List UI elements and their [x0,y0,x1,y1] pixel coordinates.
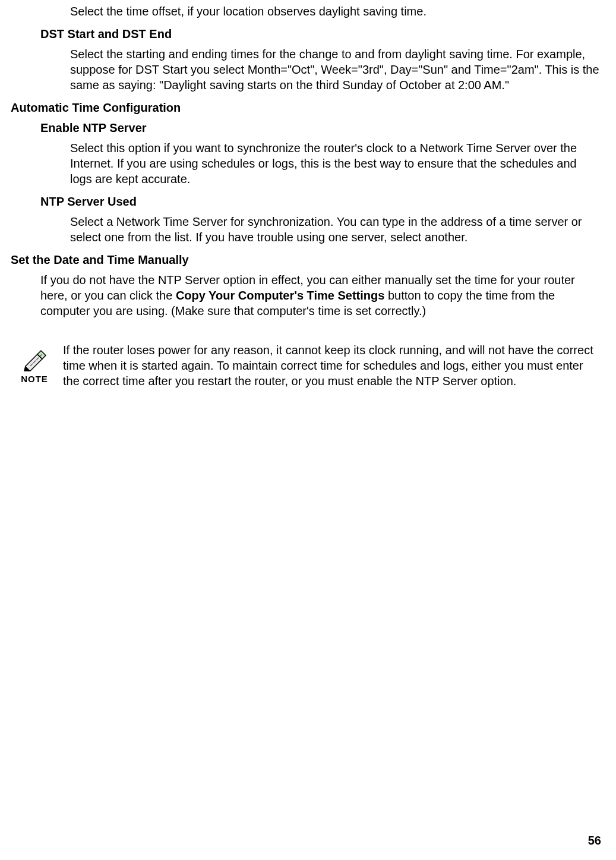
dst-offset-text: Select the time offset, if your location… [70,4,601,19]
automatic-time-heading: Automatic Time Configuration [11,100,601,115]
set-date-time-manually-text: If you do not have the NTP Server option… [40,272,601,319]
ntp-server-used-text: Select a Network Time Server for synchro… [70,214,601,245]
enable-ntp-heading: Enable NTP Server [40,120,601,136]
page-number: 56 [588,833,601,848]
ntp-server-used-heading: NTP Server Used [40,194,601,209]
dst-start-end-text: Select the starting and ending times for… [70,46,601,93]
note-block: NOTE If the router loses power for any r… [11,342,616,389]
note-label: NOTE [11,373,58,385]
copy-computer-time-label: Copy Your Computer's Time Settings [176,289,384,302]
dst-start-end-heading: DST Start and DST End [40,26,601,42]
enable-ntp-text: Select this option if you want to synchr… [70,140,601,187]
note-icon: NOTE [11,342,58,385]
note-text: If the router loses power for any reason… [63,342,601,389]
set-date-time-manually-heading: Set the Date and Time Manually [11,252,601,267]
